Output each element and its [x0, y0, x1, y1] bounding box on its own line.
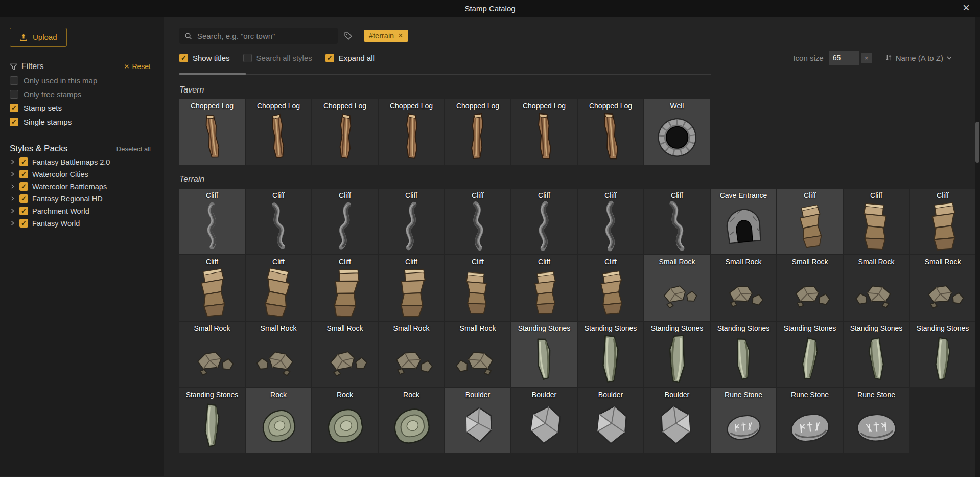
scrollbar-thumb[interactable] — [179, 73, 246, 75]
stamp-chopped-log[interactable]: Chopped Log — [578, 99, 643, 165]
stamp-chopped-log[interactable]: Chopped Log — [379, 99, 444, 165]
pack-watercolor-battlemaps[interactable]: ✓Watercolor Battlemaps — [10, 182, 154, 191]
filter-only-used-in-this-map[interactable]: Only used in this map — [10, 76, 154, 85]
stamp-cliff[interactable]: Cliff — [179, 189, 245, 254]
stamp-small-rock[interactable]: Small Rock — [445, 322, 510, 387]
reset-filters-button[interactable]: Reset — [121, 62, 154, 71]
stamp-boulder[interactable]: Boulder — [511, 388, 577, 453]
pack-parchment-world[interactable]: ✓Parchment World — [10, 207, 154, 215]
stamp-standing-stones[interactable]: Standing Stones — [644, 322, 710, 387]
pack-fantasy-battlemaps-2-0[interactable]: ✓Fantasy Battlemaps 2.0 — [10, 157, 154, 166]
stamp-rock[interactable]: Rock — [379, 388, 444, 453]
stamp-cliff[interactable]: Cliff — [511, 255, 577, 321]
stamp-cliff[interactable]: Cliff — [246, 189, 311, 254]
stamp-standing-stones[interactable]: Standing Stones — [844, 322, 909, 387]
checkbox-icon[interactable]: ✓ — [19, 207, 28, 215]
stamp-standing-stones[interactable]: Standing Stones — [711, 322, 776, 387]
horizontal-scrollbar[interactable] — [179, 73, 711, 75]
stamp-cliff[interactable]: Cliff — [445, 255, 510, 321]
stamp-small-rock[interactable]: Small Rock — [644, 255, 710, 321]
stamp-small-rock[interactable]: Small Rock — [246, 322, 311, 387]
checkbox-icon[interactable]: ✓ — [179, 54, 188, 62]
stamp-chopped-log[interactable]: Chopped Log — [246, 99, 311, 165]
close-button[interactable]: × — [960, 1, 973, 14]
stamp-small-rock[interactable]: Small Rock — [711, 255, 776, 321]
vertical-scrollbar[interactable] — [975, 17, 980, 477]
search-input[interactable] — [196, 31, 333, 41]
chevron-right-icon[interactable] — [10, 159, 15, 165]
checkbox-icon[interactable] — [10, 90, 18, 99]
checkbox-icon[interactable]: ✓ — [325, 54, 334, 62]
stamp-small-rock[interactable]: Small Rock — [379, 322, 444, 387]
search-field[interactable] — [179, 28, 338, 44]
stamp-chopped-log[interactable]: Chopped Log — [511, 99, 577, 165]
chevron-right-icon[interactable] — [10, 220, 15, 226]
remove-tag-icon[interactable]: × — [398, 32, 403, 40]
stamp-rune-stone[interactable]: Rune Stone — [711, 388, 776, 453]
stamp-cave-entrance[interactable]: Cave Entrance — [711, 189, 776, 254]
stamp-chopped-log[interactable]: Chopped Log — [179, 99, 245, 165]
filter-single-stamps[interactable]: ✓Single stamps — [10, 118, 154, 126]
stamp-standing-stones[interactable]: Standing Stones — [910, 322, 975, 387]
stamp-boulder[interactable]: Boulder — [644, 388, 710, 453]
stamp-rune-stone[interactable]: Rune Stone — [777, 388, 843, 453]
stamp-cliff[interactable]: Cliff — [511, 189, 577, 254]
stamp-boulder[interactable]: Boulder — [578, 388, 643, 453]
stamp-cliff[interactable]: Cliff — [910, 189, 975, 254]
option-search-all-styles[interactable]: Search all styles — [243, 54, 312, 62]
stamp-boulder[interactable]: Boulder — [445, 388, 510, 453]
stamp-cliff[interactable]: Cliff — [312, 255, 378, 321]
chevron-right-icon[interactable] — [10, 196, 15, 201]
stamp-standing-stones[interactable]: Standing Stones — [578, 322, 643, 387]
stamp-rock[interactable]: Rock — [312, 388, 378, 453]
filter-only-free-stamps[interactable]: Only free stamps — [10, 90, 154, 99]
clear-icon-size-button[interactable]: × — [861, 53, 872, 63]
stamp-cliff[interactable]: Cliff — [844, 189, 909, 254]
tag-chip-terrain[interactable]: #terrain × — [364, 30, 408, 42]
stamp-rock[interactable]: Rock — [246, 388, 311, 453]
pack-fantasy-world[interactable]: ✓Fantasy World — [10, 219, 154, 228]
stamp-cliff[interactable]: Cliff — [445, 189, 510, 254]
checkbox-icon[interactable]: ✓ — [19, 219, 28, 228]
checkbox-icon[interactable]: ✓ — [19, 157, 28, 166]
stamp-cliff[interactable]: Cliff — [379, 255, 444, 321]
stamp-well[interactable]: Well — [644, 99, 710, 165]
stamp-cliff[interactable]: Cliff — [578, 255, 643, 321]
stamp-standing-stones[interactable]: Standing Stones — [511, 322, 577, 387]
stamp-small-rock[interactable]: Small Rock — [312, 322, 378, 387]
option-show-titles[interactable]: ✓Show titles — [179, 54, 230, 62]
sort-dropdown[interactable]: Name (A to Z) — [885, 54, 952, 62]
upload-button[interactable]: Upload — [10, 28, 67, 47]
checkbox-icon[interactable]: ✓ — [19, 170, 28, 178]
pack-fantasy-regional-hd[interactable]: ✓Fantasy Regional HD — [10, 194, 154, 203]
stamp-standing-stones[interactable]: Standing Stones — [179, 388, 245, 453]
stamp-cliff[interactable]: Cliff — [578, 189, 643, 254]
tag-icon[interactable] — [344, 32, 353, 40]
checkbox-icon[interactable]: ✓ — [10, 104, 18, 112]
stamp-small-rock[interactable]: Small Rock — [910, 255, 975, 321]
checkbox-icon[interactable]: ✓ — [10, 118, 18, 126]
stamp-cliff[interactable]: Cliff — [312, 189, 378, 254]
checkbox-icon[interactable] — [10, 76, 18, 85]
option-expand-all[interactable]: ✓Expand all — [325, 54, 375, 62]
stamp-cliff[interactable]: Cliff — [777, 189, 843, 254]
deselect-all-button[interactable]: Deselect all — [113, 145, 154, 153]
stamp-cliff[interactable]: Cliff — [246, 255, 311, 321]
filter-stamp-sets[interactable]: ✓Stamp sets — [10, 104, 154, 112]
checkbox-icon[interactable]: ✓ — [19, 194, 28, 203]
stamp-rune-stone[interactable]: Rune Stone — [844, 388, 909, 453]
stamp-cliff[interactable]: Cliff — [644, 189, 710, 254]
chevron-right-icon[interactable] — [10, 208, 15, 214]
chevron-right-icon[interactable] — [10, 184, 15, 189]
stamp-chopped-log[interactable]: Chopped Log — [312, 99, 378, 165]
stamp-cliff[interactable]: Cliff — [179, 255, 245, 321]
icon-size-input[interactable] — [829, 51, 859, 65]
chevron-right-icon[interactable] — [10, 171, 15, 177]
vertical-scrollbar-thumb[interactable] — [975, 122, 979, 163]
checkbox-icon[interactable] — [243, 54, 252, 62]
stamp-small-rock[interactable]: Small Rock — [179, 322, 245, 387]
checkbox-icon[interactable]: ✓ — [19, 182, 28, 191]
stamp-small-rock[interactable]: Small Rock — [844, 255, 909, 321]
stamp-small-rock[interactable]: Small Rock — [777, 255, 843, 321]
pack-watercolor-cities[interactable]: ✓Watercolor Cities — [10, 170, 154, 178]
